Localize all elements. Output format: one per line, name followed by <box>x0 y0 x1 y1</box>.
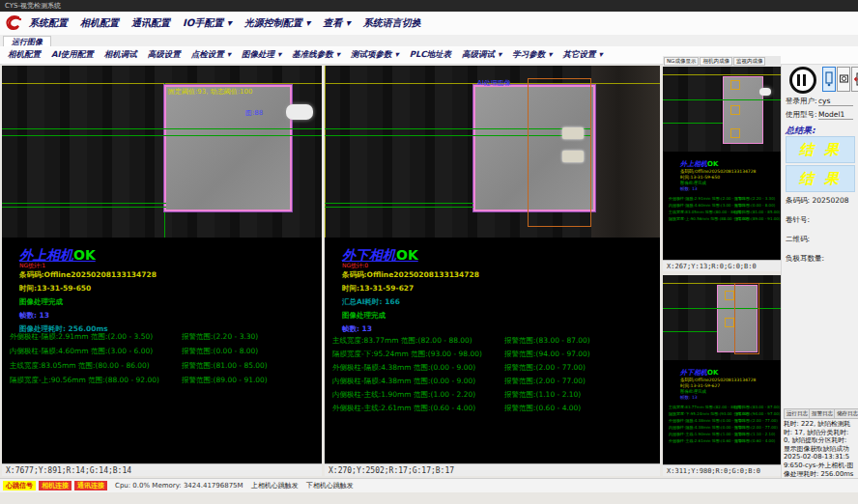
menu-camera-config[interactable]: 相机配置 <box>80 16 119 30</box>
alarm-range: 报警范围:(1.10 - 2.10) <box>734 432 775 436</box>
trigger-button[interactable] <box>822 67 836 92</box>
ai-detect-region-box <box>528 78 591 227</box>
lower-camera-panel: AI处理图像 外下相机OK NG统计:0 条码码:Offline20250208… <box>325 66 660 476</box>
battery-cell-region <box>164 85 292 211</box>
camera-icon <box>840 72 848 86</box>
tool-ai-config[interactable]: AI使用配置 <box>51 49 94 61</box>
tool-camera-config[interactable]: 相机配置 <box>8 49 41 61</box>
green-measure-line <box>2 135 322 136</box>
upper-camera-image-view[interactable]: 固定阈值:93, 动态阈值:100 图:88 <box>2 66 322 238</box>
lower-camera-heartbeat-trigger[interactable]: 下相机心跳触发 <box>306 481 354 490</box>
green-measure-line <box>663 331 717 332</box>
menu-view[interactable]: 查看 ▾ <box>323 16 351 30</box>
upper-camera-heartbeat-trigger[interactable]: 上相机心跳触发 <box>251 481 299 490</box>
upper-camera-result-ok: OK <box>73 247 96 263</box>
measurement-row: 隔膜宽度-上:90.56mm 范围:(88.00 - 92.00) <box>10 376 159 385</box>
alarm-range: 报警范围:(83.00 - 87.00) <box>504 336 590 346</box>
green-measure-line <box>663 308 781 309</box>
lower-camera-pixel-status: X:270;Y:2502;R:17;G:17;B:17 <box>325 463 660 476</box>
lower-preview-done: 图像处理完成 <box>680 389 706 394</box>
tab-monitor-inner-image[interactable]: 监视内成像 <box>733 57 766 66</box>
battery-cell-region <box>723 76 763 144</box>
upper-barcode-line: 条码码:Offline20250208133134728 <box>19 270 157 280</box>
upper-preview-panel: 外上相机OK 条码码:Offline20250208133134728 时间:1… <box>663 67 781 271</box>
tab-camera-inner-image[interactable]: 相机内成像 <box>700 57 732 66</box>
log-text: 耗时: 222, 缺陷检测耗时: 17, 缺陷分类耗时: 0, 缺陷提取分区耗时… <box>784 420 855 478</box>
tab-ng-image-display[interactable]: NG成像显示 <box>664 57 699 66</box>
lower-barcode-line: 条码码:Offline20250208133134728 <box>342 270 479 280</box>
alarm-range: 报警范围:(0.60 - 4.00) <box>504 404 581 413</box>
menu-comm-config[interactable]: 通讯配置 <box>131 16 170 30</box>
lower-preview-barcode: 条码码:Offline20250208133134728 <box>680 378 756 382</box>
tool-advanced-debug[interactable]: 高级调试 ▾ <box>462 49 501 61</box>
upper-camera-pixel-status: X:7677;Y:891;R:14;G:14;B:14 <box>2 463 322 476</box>
lower-camera-image-view[interactable]: AI处理图像 <box>325 66 660 238</box>
menu-system-config[interactable]: 系统配置 <box>29 16 68 30</box>
app-logo-icon <box>4 14 23 33</box>
upper-preview-title: 外上相机OK <box>680 159 718 169</box>
winding-pin-label: 卷针号: <box>786 215 810 225</box>
upper-time-line: 时间:13-31-59-650 <box>19 284 91 294</box>
tool-advanced-settings[interactable]: 高级设置 <box>148 49 181 61</box>
tool-learning-params[interactable]: 学习参数 ▾ <box>512 49 552 61</box>
upper-process-done: 图像处理完成 <box>19 297 63 307</box>
alarm-range: 报警范围:(0.00 - 8.00) <box>734 203 775 208</box>
heartbeat-indicator: 心跳信号 <box>3 481 36 490</box>
menu-io-config[interactable]: IO手配置 ▾ <box>183 16 232 30</box>
yellow-reference-line <box>2 83 322 84</box>
green-measure-line <box>2 207 166 208</box>
alarm-range: 报警范围:(0.00 - 8.00) <box>182 347 258 356</box>
tool-test-params[interactable]: 测试项参数 ▾ <box>351 49 399 61</box>
tab-run-log[interactable]: 运行日志 <box>784 408 811 419</box>
tab-storage-log[interactable]: 储存日志 <box>834 408 858 419</box>
measurement-row: 主线宽度:83.05mm 范围:(80.00 - 86.00) <box>10 361 150 371</box>
upper-preview-image[interactable] <box>663 67 781 152</box>
cell-tab-connector <box>286 104 313 120</box>
pause-button[interactable] <box>789 67 816 94</box>
lower-camera-ng-count: NG统计:0 <box>342 262 368 270</box>
model-label: 使用型号: <box>786 110 817 120</box>
menu-light-config[interactable]: 光源控制配置 ▾ <box>244 16 311 30</box>
detect-marker-box <box>725 318 734 327</box>
alarm-range: 报警范围:(2.00 - 77.00) <box>734 418 778 423</box>
detect-marker-box <box>730 105 740 115</box>
login-user-label: 登录用户: <box>786 97 817 106</box>
measurement-row: 外侧极柱-隔膜:4.38mm 范围:(0.00 - 9.00) <box>332 363 475 373</box>
upper-preview-time: 时间:13-31-59-650 <box>680 175 720 180</box>
login-user-value: cys <box>818 97 853 106</box>
measurement-row: 主线宽度:83.77mm 范围:(82.00 - 88.00) <box>669 405 743 409</box>
window-titlebar: CYS-视觉检测系统 <box>0 0 858 12</box>
detect-marker-box <box>730 128 740 138</box>
lower-preview-camera-name: 外下相机 <box>680 369 707 377</box>
comm-connection-indicator: 通讯连接 <box>74 481 107 490</box>
pause-icon <box>797 74 800 86</box>
tool-image-processing[interactable]: 图像处理 ▾ <box>242 49 281 61</box>
lower-time-line: 时间:13-31-59-627 <box>342 284 414 294</box>
ai-overlay-label: AI处理图像 <box>477 78 511 88</box>
tool-other-settings[interactable]: 其它设置 ▾ <box>563 49 603 61</box>
tool-camera-debug[interactable]: 相机调试 <box>104 49 137 61</box>
lower-preview-image[interactable] <box>663 275 781 360</box>
upper-camera-panel: 固定阈值:93, 动态阈值:100 图:88 外上相机OK NG统计:1 条码码… <box>2 66 322 476</box>
menu-language-switch[interactable]: 系统语言切换 <box>363 16 421 30</box>
tool-plc-address-table[interactable]: PLC地址表 <box>410 49 451 61</box>
lower-preview-frames: 帧数: 13 <box>680 395 698 400</box>
tab-alarm-log[interactable]: 报警日志 <box>809 408 836 419</box>
green-measure-line <box>663 99 781 100</box>
model-value: Model1 <box>818 110 853 120</box>
tool-baseline-params[interactable]: 基准线参数 ▾ <box>292 49 340 61</box>
detect-marker-box <box>730 80 740 90</box>
alarm-range: 报警范围:(89.00 - 91.00) <box>182 376 268 385</box>
tool-spotcheck-settings[interactable]: 点检设置 ▾ <box>191 49 231 61</box>
green-measure-line <box>325 207 473 208</box>
yellow-reference-line <box>663 74 781 75</box>
measurement-row: 隔膜宽度-下:95.24mm 范围:(93.00 - 98.00) <box>332 350 482 359</box>
green-measure-line <box>2 203 166 204</box>
alarm-range: 报警范围:(0.60 - 4.00) <box>734 438 775 443</box>
alarm-range: 报警范围:(2.00 - 77.00) <box>734 425 778 430</box>
status-bar: 心跳信号 相机连接 通讯连接 Cpu: 0.0% Memory: 3424.41… <box>0 478 858 492</box>
alarm-range: 报警范围:(83.00 - 87.00) <box>734 405 780 409</box>
camera-button[interactable] <box>837 67 850 92</box>
exit-button[interactable] <box>851 67 858 92</box>
alarm-range: 报警范围:(2.20 - 3.30) <box>734 196 775 201</box>
